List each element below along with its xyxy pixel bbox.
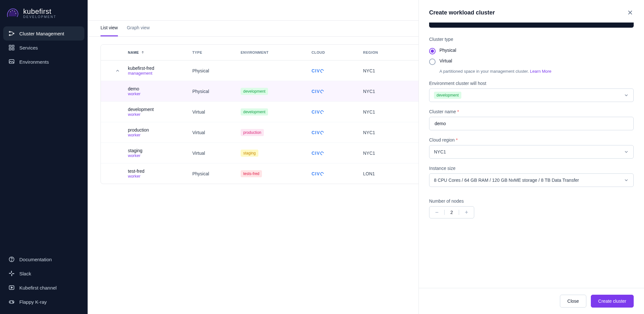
env-chip: tests-fred (241, 170, 262, 177)
image-icon (8, 59, 15, 65)
cluster-role-link[interactable]: worker (128, 112, 192, 117)
sidebar-item-documentation[interactable]: Documentation (3, 252, 84, 266)
svg-point-20 (13, 301, 13, 302)
sidebar-item-slack[interactable]: Slack (3, 266, 84, 281)
svg-point-2 (14, 11, 15, 12)
chevron-up-icon[interactable] (115, 68, 120, 73)
cluster-type-label: Cluster type (429, 37, 634, 42)
svg-point-21 (13, 302, 14, 303)
kubefirst-logo-icon (6, 7, 20, 19)
cloud-logo-civo: CIV (312, 130, 363, 135)
region-select[interactable]: NYC1 (429, 145, 634, 159)
env-chip: production (241, 129, 264, 136)
stepper-value: 2 (444, 210, 459, 215)
sidebar: kubefirst DEVELOPMENT Cluster Management… (0, 0, 88, 314)
cloud-logo-civo: CIV (312, 68, 363, 73)
brand-block: kubefirst DEVELOPMENT (3, 5, 84, 26)
svg-point-1 (12, 10, 13, 11)
chevron-down-icon (624, 93, 629, 98)
close-button[interactable]: Close (560, 295, 586, 308)
cloud-logo-civo: CIV (312, 109, 363, 115)
env-select[interactable]: development (429, 88, 634, 102)
cluster-name-field[interactable] (434, 121, 629, 126)
tab-graph-view[interactable]: Graph view (127, 25, 150, 36)
cluster-region: NYC1 (363, 89, 424, 94)
cluster-name: test-fred (128, 169, 192, 174)
stepper-decrement[interactable]: − (429, 209, 444, 216)
svg-point-3 (15, 13, 16, 14)
svg-rect-10 (12, 48, 14, 50)
sidebar-item-label: Cluster Management (19, 31, 64, 36)
th-region[interactable]: REGION (363, 51, 424, 54)
sidebar-item-flappy[interactable]: Flappy K-ray (3, 295, 84, 309)
sort-asc-icon (141, 51, 145, 54)
svg-rect-17 (12, 273, 14, 274)
svg-rect-9 (9, 48, 11, 50)
panel-title: Create workload cluster (429, 9, 495, 16)
instance-select[interactable]: 8 CPU Cores / 64 GB RAM / 120 GB NvME st… (429, 173, 634, 187)
sidebar-item-environments[interactable]: Environments (3, 55, 84, 69)
svg-point-0 (10, 11, 11, 12)
svg-rect-16 (11, 274, 12, 276)
cluster-region: NYC1 (363, 109, 424, 115)
radio-physical[interactable]: Physical (429, 46, 634, 56)
env-chip: development (434, 92, 461, 99)
nodes-stepper: − 2 + (429, 206, 474, 218)
th-type[interactable]: TYPE (192, 51, 241, 54)
svg-rect-14 (11, 271, 12, 273)
svg-point-5 (9, 34, 10, 35)
sidebar-item-label: Documentation (19, 257, 52, 262)
cluster-name: staging (128, 148, 192, 153)
sidebar-item-label: Environments (19, 59, 49, 65)
cluster-name-input[interactable] (429, 117, 634, 130)
instance-value: 8 CPU Cores / 64 GB RAM / 120 GB NvME st… (434, 178, 579, 183)
cluster-type: Physical (192, 89, 241, 94)
cloud-logo-civo: CIV (312, 151, 363, 156)
stepper-increment[interactable]: + (459, 209, 474, 216)
cluster-role-link[interactable]: worker (128, 133, 192, 137)
th-environment[interactable]: ENVIRONMENT (241, 51, 312, 54)
radio-icon (429, 48, 436, 54)
env-chip: staging (241, 150, 258, 157)
game-icon (8, 299, 15, 305)
network-icon (8, 30, 15, 37)
chevron-down-icon (624, 149, 629, 154)
radio-icon (429, 59, 436, 65)
cluster-region: LON1 (363, 171, 424, 176)
svg-rect-8 (12, 45, 14, 47)
slack-icon (8, 270, 15, 277)
cluster-role-link[interactable]: worker (128, 153, 192, 158)
tab-list-view[interactable]: List view (101, 25, 118, 36)
youtube-icon (8, 284, 15, 291)
cluster-role-link[interactable]: worker (128, 91, 192, 96)
cluster-name: development (128, 107, 192, 112)
name-field-label: Cluster name * (429, 109, 634, 114)
create-cluster-panel: Create workload cluster Cluster type Phy… (418, 0, 644, 314)
sidebar-item-cluster-management[interactable]: Cluster Management (3, 26, 84, 41)
sidebar-item-label: Flappy K-ray (19, 299, 47, 305)
instance-field-label: Instance size (429, 166, 634, 171)
cluster-type: Virtual (192, 109, 241, 115)
env-chip: development (241, 108, 268, 115)
cluster-role-link[interactable]: worker (128, 174, 192, 179)
radio-virtual[interactable]: Virtual (429, 56, 634, 67)
brand-name: kubefirst (23, 7, 56, 16)
th-cloud[interactable]: CLOUD (312, 51, 363, 54)
svg-point-4 (9, 31, 10, 32)
cluster-region: NYC1 (363, 68, 424, 73)
learn-more-link[interactable]: Learn More (530, 69, 551, 74)
chevron-down-icon (624, 178, 629, 183)
cluster-name: production (128, 127, 192, 133)
create-cluster-button[interactable]: Create cluster (591, 295, 634, 308)
sidebar-item-services[interactable]: Services (3, 41, 84, 55)
cluster-type: Physical (192, 68, 241, 73)
close-icon[interactable] (627, 9, 634, 16)
th-name[interactable]: NAME (128, 51, 139, 54)
svg-point-13 (11, 261, 12, 261)
brand-subtitle: DEVELOPMENT (23, 15, 56, 19)
sidebar-item-youtube[interactable]: Kubefirst channel (3, 281, 84, 295)
env-field-label: Environment cluster will host (429, 81, 634, 86)
cluster-type: Physical (192, 171, 241, 176)
cluster-role-link[interactable]: management (128, 71, 192, 76)
panel-dark-header (429, 23, 634, 28)
